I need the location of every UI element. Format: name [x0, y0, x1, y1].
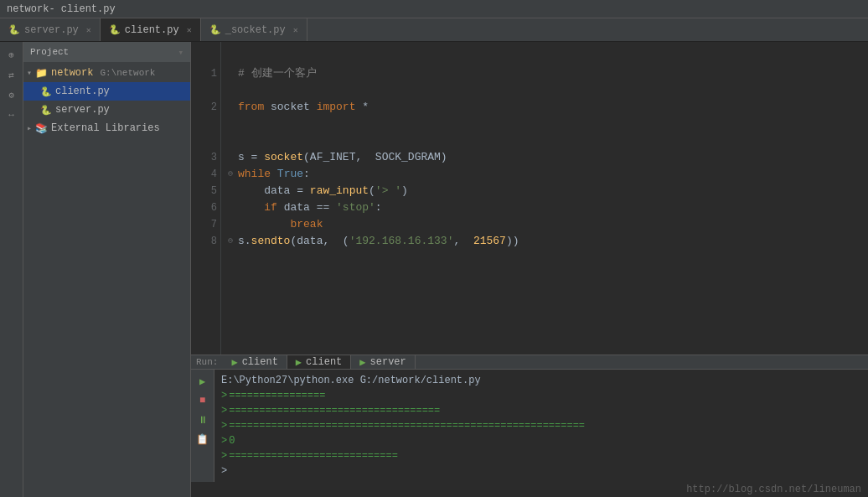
indent-break	[238, 216, 290, 233]
stop-str: 'stop'	[336, 199, 375, 216]
server-py-label: server.py	[55, 104, 110, 116]
gutter-5	[228, 116, 238, 132]
indent-if	[238, 199, 264, 216]
ln-5	[191, 116, 217, 132]
line-numbers: 1 2 3 4 5 6 7 8	[191, 42, 221, 355]
kw-import: import	[317, 99, 356, 116]
ln-4: 2	[191, 99, 217, 116]
tab-socket-py-close[interactable]: ✕	[293, 25, 298, 35]
bottom-panel: Run: ▶ client ▶ client ▶ server ▶	[191, 355, 868, 497]
tab-client-py-close[interactable]: ✕	[187, 25, 192, 35]
arrow-4: >	[221, 433, 227, 448]
pause-btn[interactable]: ⏸	[194, 412, 211, 428]
tree-item-external-libraries[interactable]: ▸ 📚 External Libraries	[23, 119, 190, 137]
gutter-9	[228, 183, 238, 199]
toolbar-left: ⊕ ⇄ ⚙ ↔	[0, 42, 23, 497]
client-py-label: client.py	[55, 85, 110, 97]
ext-lib-expand-arrow: ▸	[27, 123, 32, 133]
scroll-btn[interactable]: 📋	[194, 431, 211, 448]
toolbar-btn-1[interactable]: ⊕	[3, 45, 21, 64]
console-output: E:\Python27\python.exe G:/network/client…	[214, 370, 868, 482]
gutter-7	[228, 149, 238, 166]
tab-server-py-close[interactable]: ✕	[86, 25, 91, 35]
code-line-socket: s = socket (AF_INET, SOCK_DGRAM)	[228, 149, 868, 166]
import-star: *	[355, 99, 369, 116]
toolbar-btn-4[interactable]: ↔	[3, 106, 21, 124]
run-label: Run:	[191, 355, 223, 369]
code-line-import: from socket import *	[228, 99, 868, 116]
tab-socket-py-label: _socket.py	[225, 24, 286, 36]
code-editor[interactable]: # 创建一个客户 from socket import *	[221, 42, 868, 355]
kw-while: while	[238, 166, 271, 183]
title-bar: network - client.py	[0, 0, 868, 18]
while-fold-marker[interactable]: ⊖	[228, 166, 238, 183]
run-tab-server[interactable]: ▶ server	[351, 355, 415, 369]
sidebar: Project ▾ ▾ 📁 network G:\network 🐍 clien…	[23, 42, 191, 497]
run-tabs: Run: ▶ client ▶ client ▶ server	[191, 355, 868, 370]
tab-socket-py[interactable]: 🐍 _socket.py ✕	[201, 18, 307, 41]
project-label: Project	[30, 47, 69, 57]
tab-client-py[interactable]: 🐍 client.py ✕	[101, 18, 201, 41]
code-container: 1 2 3 4 5 6 7 8	[191, 42, 868, 355]
code-line-blank2	[228, 82, 868, 99]
tree-item-network[interactable]: ▾ 📁 network G:\network	[23, 64, 190, 82]
run-sidebar: ▶ ■ ⏸ 📋	[191, 370, 214, 482]
ln-3	[191, 82, 217, 99]
ext-lib-label: External Libraries	[51, 122, 160, 134]
network-folder-icon: 📁	[35, 67, 48, 80]
code-line-blank3	[228, 116, 868, 132]
if-data: data ==	[277, 199, 336, 216]
sidebar-header: Project ▾	[23, 42, 190, 62]
toolbar-btn-2[interactable]: ⇄	[3, 65, 21, 84]
run-icon-1: ▶	[231, 356, 237, 369]
arrow-1: >	[221, 388, 227, 403]
ip-str: '192.168.16.133'	[349, 233, 454, 250]
stop-btn[interactable]: ■	[194, 392, 211, 409]
run-tab-client1[interactable]: ▶ client	[223, 355, 287, 369]
code-line-comment: # 创建一个客户	[228, 65, 868, 82]
sidebar-toggle[interactable]: ▾	[178, 47, 183, 58]
run-tab-server-label: server	[370, 356, 406, 368]
console-line-4: > 0	[221, 433, 861, 448]
ln-11: 7	[191, 216, 217, 233]
ln-9: 5	[191, 183, 217, 199]
gutter-3	[228, 82, 238, 99]
console-command-text: E:\Python27\python.exe G:/network/client…	[221, 373, 481, 388]
console-green-1: ================	[229, 388, 325, 403]
ln-12: 8	[191, 233, 217, 250]
tab-bar: 🐍 server.py ✕ 🐍 client.py ✕ 🐍 _socket.py…	[0, 18, 868, 42]
tab-server-py[interactable]: 🐍 server.py ✕	[0, 18, 101, 41]
run-tab-client2-label: client	[306, 356, 342, 368]
comment-text: # 创建一个客户	[238, 65, 317, 82]
ln-2: 1	[191, 65, 217, 82]
project-tree: ▾ 📁 network G:\network 🐍 client.py 🐍 ser…	[23, 62, 190, 139]
ln-1	[191, 49, 217, 65]
console-line-5: > ============================	[221, 448, 861, 463]
arrow-5: >	[221, 448, 227, 463]
sendto-paren: (data, (	[290, 233, 349, 250]
raw-input-fn: raw_input	[310, 183, 369, 199]
title-file: - client.py	[49, 3, 115, 15]
socket-py-icon: 🐍	[209, 24, 221, 35]
indent-data: data =	[238, 183, 310, 199]
s-var: s =	[238, 149, 264, 166]
code-line-if: if data == 'stop' :	[228, 199, 868, 216]
tree-item-server-py[interactable]: 🐍 server.py	[23, 101, 190, 119]
run-btn[interactable]: ▶	[194, 373, 211, 390]
main-layout: ⊕ ⇄ ⚙ ↔ Project ▾ ▾ 📁 network G:\network…	[0, 42, 868, 497]
run-tab-client1-label: client	[242, 356, 278, 368]
code-line-sendto: ⊖ s. sendto (data, ( '192.168.16.133' , …	[228, 233, 868, 250]
ln-6	[191, 132, 217, 149]
kw-if: if	[264, 199, 277, 216]
tree-item-client-py[interactable]: 🐍 client.py	[23, 82, 190, 101]
while-space	[271, 166, 277, 183]
sendto-close: ))	[506, 233, 519, 250]
sendto-fold-marker[interactable]: ⊖	[228, 233, 238, 250]
run-tab-client2[interactable]: ▶ client	[287, 355, 351, 369]
toolbar-btn-3[interactable]: ⚙	[3, 85, 21, 104]
console-green-4: 0	[229, 433, 235, 448]
console-green-3: ========================================…	[229, 418, 585, 433]
socket-fn: socket	[264, 149, 303, 166]
raw-input-str: '> '	[375, 183, 401, 199]
console-green-5: ============================	[229, 448, 398, 463]
